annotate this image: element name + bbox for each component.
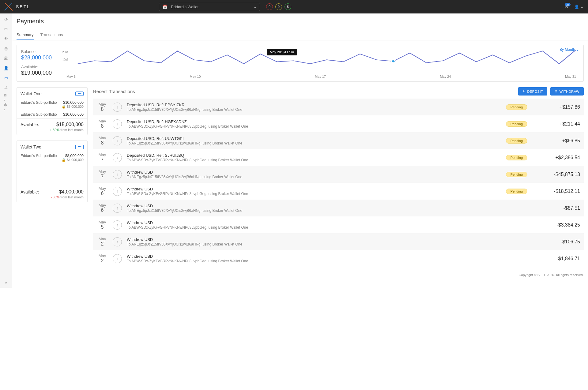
nav-inbox-icon[interactable]: ✉︎ [4, 26, 9, 31]
tx-date: May5 [97, 220, 108, 230]
transaction-row[interactable]: May7 ↑ Withdrew USDTo ANEgz5pJcZ15tIV36X… [93, 166, 584, 183]
nav-dashboard-icon[interactable]: ◔ [4, 17, 9, 21]
user-icon: 👤 [574, 5, 579, 9]
tab-summary[interactable]: Summary [17, 32, 34, 40]
tx-subtitle: To ABW-SDx-ZyKFvGRPvNt-KNwNPu8LvpbGeg, u… [127, 259, 535, 263]
transaction-row[interactable]: May8 ↓ Deposited USD, Ref: PPSYIZKRTo AN… [93, 99, 584, 115]
tx-amount: +$66.85 [540, 138, 580, 144]
status-yellow[interactable]: 0 [275, 3, 282, 10]
nav-location-icon[interactable]: ◎ [4, 46, 9, 51]
arrow-up-icon: ↑ [113, 187, 122, 196]
transactions-column: Recent Transactions ⬇DEPOSIT ⬆WITHDRAW M… [93, 87, 584, 267]
wallet-card: Wallet Two•••Eddard's Sub-portfolio$8,00… [17, 141, 88, 202]
mail-button[interactable]: ✉︎ 26 [565, 5, 568, 9]
transaction-row[interactable]: May8 ↓ Deposited USD, Ref: UUWTGPITo ANE… [93, 132, 584, 149]
nav-bank-icon[interactable]: 🏛 [4, 56, 9, 61]
svg-point-0 [391, 60, 395, 62]
tx-date: May2 [97, 237, 108, 247]
transaction-row[interactable]: May6 ↑ Withdrew USDTo ABW-SDx-ZyKFvGRPvN… [93, 183, 584, 200]
logo-icon [4, 2, 13, 11]
subportfolio-amount: $10,000,000 [63, 112, 84, 117]
nav-copy-icon[interactable]: ⧉ › [4, 95, 9, 100]
wallets-column: Wallet One•••Eddard's Sub-portfolio$10,0… [17, 87, 88, 267]
tx-title: Withdrew USD [127, 220, 535, 225]
tx-subtitle: To ABW-SDx-ZyKFvGRPvNt-KNwNPu8LvpbGeg, u… [127, 192, 501, 196]
transaction-row[interactable]: May7 ↓ Deposited USD, Ref: SJRUIJBQTo AB… [93, 149, 584, 166]
balance-amount: $28,000,000 [21, 54, 55, 61]
chevron-down-icon: ⌄ [580, 5, 584, 9]
available-label: Available: [21, 65, 55, 69]
tx-status-badge: Pending [506, 189, 527, 194]
tx-amount: +$211.44 [540, 121, 580, 127]
balance-label: Balance: [21, 49, 55, 54]
tx-date: May2 [97, 253, 108, 264]
tx-amount: +$2,386.54 [540, 155, 580, 160]
brand-logo: SETL [4, 2, 30, 11]
status-green[interactable]: 5 [285, 3, 291, 10]
tx-amount: -$87.51 [540, 205, 580, 211]
tx-subtitle: To ANEgz5pJcZ15tIV36XvYjUCis2wjB6aHNg, u… [127, 242, 535, 246]
nav-user-icon[interactable]: 👤 [4, 66, 9, 70]
tx-title: Deposited USD, Ref: PPSYIZKR [127, 103, 501, 107]
arrow-down-icon: ↓ [113, 136, 122, 145]
subportfolio-locked: 🔒 $5,000,000 [62, 105, 84, 109]
chart-filter[interactable]: By Month ⌄ [560, 47, 579, 52]
wallet-selector[interactable]: 📅 Eddard's Wallet ⌄ [159, 3, 260, 11]
tx-date: May6 [97, 186, 108, 196]
nav-transfer-icon[interactable]: ⇄ [4, 85, 9, 90]
subportfolio-label: Eddard's Sub-portfolio [21, 154, 57, 162]
transaction-row[interactable]: May5 ↑ Withdrew USDTo ABW-SDx-ZyKFvGRPvN… [93, 216, 584, 233]
tx-title: Withdrew USD [127, 204, 535, 208]
tx-date: May8 [97, 119, 108, 129]
wallet-icon: 📅 [162, 5, 167, 9]
wallet-more-button[interactable]: ••• [75, 92, 84, 96]
arrow-down-icon: ↓ [113, 119, 122, 129]
transaction-row[interactable]: May2 ↑ Withdrew USDTo ANEgz5pJcZ15tIV36X… [93, 233, 584, 250]
status-indicators: 0 0 5 [266, 3, 291, 10]
wallet-card: Wallet One•••Eddard's Sub-portfolio$10,0… [17, 87, 88, 135]
arrow-up-icon: ↑ [113, 237, 122, 246]
nav-view-icon[interactable]: 👁 [4, 36, 9, 41]
chevron-down-icon: ⌄ [253, 5, 257, 9]
tx-amount: -$45,875.13 [540, 172, 580, 177]
footer-copyright: Copyright © SETL 2020. All rights reserv… [12, 271, 588, 279]
wallet-selected-label: Eddard's Wallet [171, 5, 198, 9]
transaction-row[interactable]: May6 ↑ Withdrew USDTo ANEgz5pJcZ15tIV36X… [93, 200, 584, 216]
tx-subtitle: To ANEgz5pJcZ15tIV36XvYjUCis2wjB6aHNg, u… [127, 208, 535, 213]
tx-amount: -$106.75 [540, 239, 580, 245]
status-red[interactable]: 0 [266, 3, 273, 10]
tx-date: May7 [97, 152, 108, 163]
arrow-up-icon: ↑ [113, 204, 122, 213]
arrow-down-icon: ↓ [113, 103, 122, 112]
tx-amount: -$1,846.71 [540, 256, 580, 261]
tabs: Summary Transactions [12, 28, 588, 40]
nav-payments-icon[interactable]: ▭ [4, 75, 9, 80]
wallet-more-button[interactable]: ••• [75, 145, 84, 149]
arrow-down-icon: ↓ [113, 153, 122, 162]
tx-subtitle: To ABW-SDx-ZyKFvGRPvNt-KNwNPu8LvpbGeg, u… [127, 225, 535, 230]
wallet-delta: - 36% [51, 195, 59, 199]
y-axis: 20M 10M [62, 51, 68, 62]
deposit-button[interactable]: ⬇DEPOSIT [518, 87, 547, 96]
tx-title: Withdrew USD [127, 254, 535, 259]
nav-settings-icon[interactable]: ✻ › [4, 105, 9, 110]
tx-title: Deposited USD, Ref: SJRUIJBQ [127, 153, 501, 158]
tx-title: Deposited USD, Ref: UUWTGPI [127, 136, 501, 141]
subportfolio-label: Eddard's Sub-portfolio [21, 112, 57, 117]
page-title: Payments [12, 13, 588, 28]
line-chart-svg [64, 48, 579, 73]
tx-title: Withdrew USD [127, 170, 501, 174]
subportfolio-row: Eddard's Sub-portfolio$10,000,000 [17, 111, 87, 118]
tx-status-badge: Pending [506, 172, 527, 177]
tab-transactions[interactable]: Transactions [40, 32, 63, 40]
transaction-row[interactable]: May2 ↑ Withdrew USDTo ABW-SDx-ZyKFvGRPvN… [93, 250, 584, 267]
tx-subtitle: To ABW-SDx-ZyKFvGRPvNt-KNwNPu8LvpbGeg, u… [127, 158, 501, 162]
nav-expand-icon[interactable]: » [4, 280, 9, 285]
withdraw-button[interactable]: ⬆WITHDRAW [550, 87, 584, 96]
tx-date: May7 [97, 169, 108, 179]
wallet-name: Wallet Two [21, 144, 41, 149]
tx-date: May8 [97, 136, 108, 146]
user-menu[interactable]: 👤 ⌄ [574, 5, 584, 9]
tx-date: May8 [97, 102, 108, 112]
transaction-row[interactable]: May8 ↓ Deposited USD, Ref: HGFXADNZTo AB… [93, 115, 584, 132]
